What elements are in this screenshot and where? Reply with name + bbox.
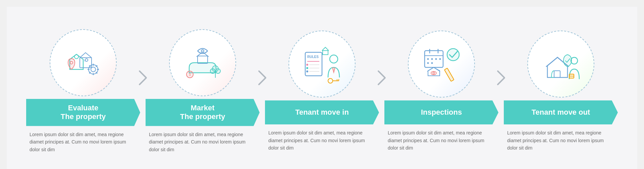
step-4-icon-wrapper: [408, 31, 475, 98]
svg-point-47: [431, 62, 433, 64]
step-1: $ Evaluate: [26, 29, 140, 153]
svg-point-33: [328, 78, 333, 83]
step-5-icon-wrapper: [527, 31, 594, 98]
svg-point-5: [91, 67, 96, 72]
infographic-container: $ Evaluate: [7, 7, 637, 169]
step-5-circle: [527, 31, 594, 98]
svg-point-32: [330, 55, 338, 63]
step-3: RULES: [265, 31, 379, 152]
svg-point-22: [216, 69, 220, 73]
step-3-circle: RULES: [288, 31, 356, 98]
svg-point-42: [427, 58, 429, 60]
step-2-label: Market The property: [146, 99, 260, 126]
step-4-label: Inspections: [384, 100, 498, 124]
step-1-description: Lorem ipsum dolor sit dim amet, mea regi…: [26, 131, 140, 153]
svg-point-28: [306, 67, 308, 69]
step-4-circle: [408, 31, 475, 98]
step-1-illustration: $: [60, 39, 107, 86]
step-4: Inspections Lorem ipsum dolor sit dim am…: [384, 31, 498, 152]
svg-rect-52: [554, 71, 560, 77]
svg-rect-37: [323, 51, 328, 55]
step-5-illustration: [537, 41, 584, 88]
svg-point-30: [306, 70, 308, 72]
svg-point-46: [427, 62, 429, 64]
svg-point-26: [306, 64, 308, 66]
svg-point-43: [431, 58, 433, 60]
step-4-description: Lorem ipsum dolor sit dim amet, mea regi…: [384, 129, 498, 152]
step-3-label: Tenant move in: [265, 100, 379, 124]
svg-point-44: [435, 58, 437, 60]
step-2-description: Lorem ipsum dolor sit dim amet, mea regi…: [146, 131, 260, 153]
step-3-description: Lorem ipsum dolor sit dim amet, mea regi…: [265, 129, 379, 152]
svg-point-45: [439, 58, 441, 60]
step-3-icon-wrapper: RULES: [288, 31, 356, 98]
svg-rect-49: [444, 68, 454, 81]
step-5: Tenant move out Lorem ipsum dolor sit di…: [504, 31, 618, 152]
step-2-icon-wrapper: $: [169, 29, 236, 96]
step-2-circle: $: [169, 29, 236, 96]
step-3-illustration: RULES: [299, 41, 345, 88]
svg-text:$: $: [189, 73, 191, 76]
svg-point-21: [210, 69, 215, 73]
step-4-illustration: [418, 41, 465, 88]
svg-point-51: [433, 72, 435, 74]
svg-text:RULES: RULES: [307, 55, 319, 59]
svg-text:$: $: [84, 59, 86, 62]
step-1-icon-wrapper: $: [50, 29, 117, 96]
step-2: $ Market The property Lorem ipsum dolor …: [146, 29, 260, 153]
step-5-description: Lorem ipsum dolor sit dim amet, mea regi…: [504, 129, 618, 152]
step-1-circle: $: [50, 29, 117, 96]
svg-rect-16: [198, 56, 208, 63]
step-5-label: Tenant move out: [504, 100, 618, 124]
step-1-label: Evaluate The property: [26, 99, 140, 126]
svg-point-0: [74, 55, 78, 59]
svg-point-48: [447, 49, 459, 61]
step-2-illustration: $: [179, 39, 226, 86]
